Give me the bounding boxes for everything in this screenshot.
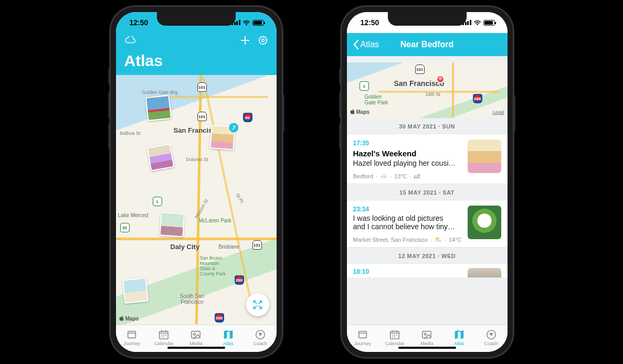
header: Atlas (116, 33, 277, 75)
map-pin-icon (436, 75, 445, 83)
expand-map-button[interactable] (246, 293, 269, 316)
map-provider-badge: Maps (119, 315, 139, 322)
road-label: Balboa St (120, 131, 141, 136)
activity-icon: 🛋 (414, 173, 420, 179)
status-time: 12:50 (361, 18, 387, 27)
road-label: Mission St (194, 198, 209, 220)
svg-point-1 (261, 39, 264, 42)
wifi-icon (242, 20, 250, 26)
entry-thumbnail (468, 206, 501, 239)
tab-atlas[interactable]: Atlas (214, 329, 243, 346)
tab-atlas[interactable]: Atlas (445, 329, 474, 346)
tab-journey[interactable]: Journey (117, 329, 146, 346)
entry-meta: Bedford· ☁️· 13°C· 🛋 (353, 173, 462, 179)
photo-pin[interactable] (122, 277, 149, 304)
map-provider-badge: Maps (350, 109, 370, 115)
map-poi-label: Golden Gate Park (365, 94, 388, 105)
date-header: 15 MAY 2021 · SAT (347, 184, 508, 200)
date-header: 30 MAY 2021 · SUN (347, 118, 508, 134)
weather-icon: ☁️ (380, 173, 387, 179)
journal-entry-peek[interactable]: 18:10 (347, 263, 508, 277)
entry-title: Hazel's Weekend (353, 149, 462, 158)
home-indicator[interactable] (398, 347, 456, 349)
add-button[interactable] (240, 35, 250, 48)
pin-count-badge: 7 (228, 122, 239, 133)
road-label: St Pt (235, 192, 245, 204)
chevron-left-icon (352, 39, 360, 50)
road-label: Dolores St (186, 157, 208, 162)
tab-media[interactable]: Media (412, 329, 441, 346)
entry-time: 23:34 (353, 206, 462, 213)
entry-thumbnail (468, 268, 501, 277)
tab-journey[interactable]: Journey (348, 329, 377, 346)
map-poi-label: McLaren Park (199, 218, 231, 223)
entry-time: 18:10 (353, 268, 369, 275)
journal-entry[interactable]: 17:35 Hazel's Weekend Hazel loved playin… (347, 134, 508, 184)
entries-list[interactable]: 30 MAY 2021 · SUN 17:35 Hazel's Weekend … (347, 118, 508, 325)
entry-meta: Market Street, San Francisco· ⛅· 14°C (353, 236, 462, 243)
map-poi-label: South San Francisco (180, 293, 205, 305)
weather-icon: ⛅ (435, 236, 442, 243)
cloud-sync-icon[interactable] (124, 36, 136, 47)
photo-pin[interactable] (145, 95, 172, 122)
photo-pin[interactable] (159, 211, 185, 237)
photo-pin[interactable]: 7 (209, 124, 235, 150)
phone-right: 12:50 Atlas Near Bedford 101 280 (341, 6, 514, 358)
map-poi-label: Lake Merced (118, 212, 149, 218)
road-label: Golden Gate Brg. (142, 90, 179, 95)
svg-point-10 (425, 333, 427, 335)
journal-entry[interactable]: 23:34 I was looking at old pictures and … (347, 200, 508, 248)
tab-coach[interactable]: Coach (477, 329, 506, 346)
notch (157, 12, 236, 26)
tab-coach[interactable]: Coach (246, 329, 275, 346)
tab-calendar[interactable]: Calendar (380, 329, 409, 346)
map-canvas[interactable]: Balboa St Dolores St Mission St Golden G… (116, 75, 277, 325)
page-title: Atlas (124, 52, 268, 70)
status-time: 12:50 (130, 18, 156, 27)
date-header: 12 MAY 2021 · WED (347, 248, 508, 263)
road-label: 16th St (426, 92, 441, 97)
back-button[interactable]: Atlas (352, 39, 379, 50)
map-poi-label: San Bruno Mountain State & County Park (200, 255, 226, 276)
tab-media[interactable]: Media (181, 329, 210, 346)
entry-thumbnail (468, 140, 501, 173)
map-city-label: Daly City (171, 243, 200, 251)
entry-time: 17:35 (353, 140, 462, 147)
battery-icon (483, 20, 495, 26)
svg-rect-2 (128, 331, 136, 338)
map-legal-link[interactable]: Legal (492, 110, 504, 115)
wifi-icon (473, 20, 481, 26)
entry-snippet: Hazel loved playing her cousi… (353, 159, 462, 167)
tab-calendar[interactable]: Calendar (149, 329, 178, 346)
settings-icon[interactable] (258, 35, 268, 48)
notch (388, 12, 467, 26)
nav-bar: Atlas Near Bedford (347, 33, 508, 56)
battery-icon (252, 20, 264, 26)
map-view[interactable]: Balboa St Dolores St Mission St Golden G… (116, 75, 277, 325)
map-poi-label: Brisbane (219, 244, 239, 250)
svg-point-5 (194, 333, 196, 335)
photo-pin[interactable] (146, 143, 174, 171)
mini-map[interactable]: 101 280 1 San Francisco Golden Gate Park… (347, 62, 508, 118)
phone-left: 12:50 (110, 6, 283, 358)
svg-rect-7 (359, 331, 367, 338)
entry-snippet: I was looking at old pictures and I cann… (353, 214, 462, 231)
home-indicator[interactable] (167, 347, 225, 349)
